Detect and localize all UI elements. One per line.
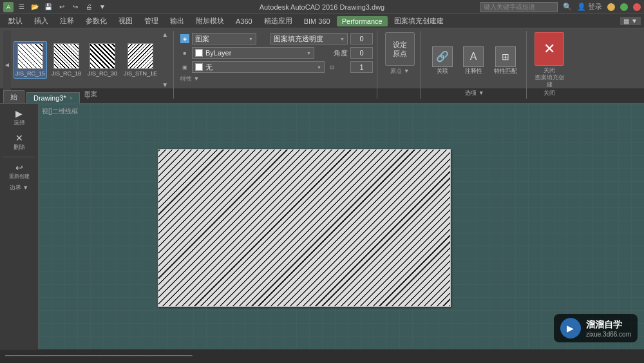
scroll-up-icon[interactable]: ▲	[162, 31, 168, 38]
recreate-label: 重新创建	[9, 173, 30, 180]
associate-button[interactable]: 🔗 关联	[428, 44, 457, 78]
prop-spacer3	[339, 63, 348, 72]
delete-icon: ✕	[15, 133, 23, 143]
transparency-value[interactable]: 0	[350, 33, 373, 44]
prop-row-pattern: ◈ 图案 图案填充透明度 0	[180, 32, 373, 45]
pattern-item-stn1e[interactable]: JIS_STN_1E	[122, 41, 159, 79]
status-coords: ────────────────────────────────────────…	[5, 352, 192, 359]
options-section-label[interactable]: 选项 ▼	[465, 89, 484, 97]
pattern-item-rc30[interactable]: JIS_RC_30	[86, 41, 119, 79]
undo-button[interactable]: ↩	[56, 1, 68, 13]
tab-drawing[interactable]: Drawing3* ×	[26, 92, 80, 103]
maximize-button[interactable]	[620, 3, 628, 11]
hatch-rectangle	[158, 149, 451, 307]
hatch-pattern-label: 图案填充透明度	[274, 34, 323, 44]
view-label: 视[]二维线框	[42, 107, 78, 116]
scroll-down-icon[interactable]: ▼	[162, 81, 168, 88]
annotative-button[interactable]: A 注释性	[459, 44, 488, 78]
select-button[interactable]: ▶ 选择	[3, 106, 35, 129]
color-swatch	[195, 49, 203, 57]
color-dropdown[interactable]: ByLayer	[192, 47, 314, 59]
pattern-name-rc18: JIS_RC_18	[52, 70, 81, 77]
boundary-label[interactable]: 边界 ▼	[3, 184, 35, 192]
properties-section-label[interactable]: 特性 ▼	[180, 75, 373, 83]
menu-bar: 默认 插入 注释 参数化 视图 管理 输出 附加模块 A360 精选应用 BIM…	[0, 14, 644, 28]
set-origin-button[interactable]: 设定原点	[385, 32, 415, 66]
origin-section-label[interactable]: 原点 ▼	[390, 67, 409, 75]
menu-default[interactable]: 默认	[3, 15, 28, 27]
menu-output[interactable]: 输出	[165, 15, 189, 27]
save-button[interactable]: 💾	[43, 1, 54, 13]
tab-add-button[interactable]: +	[82, 92, 94, 103]
watermark-text-group: 溜溜自学 zixue.3d66.com	[586, 319, 631, 338]
main-layout: ▶ 选择 ✕ 删除 ↩ 重新创建 边界 ▼ 视[]二维线框 ▶ 溜溜自学 zix…	[0, 104, 644, 349]
status-bar: ────────────────────────────────────────…	[0, 349, 644, 362]
annotative-icon: A	[463, 46, 484, 67]
new-button[interactable]: ☰	[15, 1, 27, 13]
menu-parametric[interactable]: 参数化	[80, 15, 112, 27]
redo-button[interactable]: ↪	[70, 1, 81, 13]
pattern-color-icon: ◈	[180, 34, 189, 43]
menu-hatchcreate[interactable]: 图案填充创建建	[389, 15, 449, 27]
menu-view[interactable]: 视图	[113, 15, 138, 27]
angle-value[interactable]: 0	[350, 47, 373, 59]
pattern-name-rc15: JIS_RC_15	[15, 70, 45, 77]
window-title: Autodesk AutoCAD 2016 Drawing3.dwg	[260, 3, 384, 11]
workspace-button[interactable]: ▦ ▼	[620, 17, 641, 25]
print-button[interactable]: 🖨	[83, 1, 95, 13]
menu-manage[interactable]: 管理	[139, 15, 164, 27]
pattern-swatch-stn1e	[128, 43, 153, 69]
layer-label: 无	[205, 63, 213, 72]
open-button[interactable]: 📂	[29, 1, 41, 13]
drawing-area[interactable]: 视[]二维线框 ▶ 溜溜自学 zixue.3d66.com	[39, 104, 644, 349]
hatch-pattern-dropdown[interactable]: 图案填充透明度	[270, 33, 348, 44]
watermark-logo-icon: ▶	[567, 323, 574, 333]
layer-color-swatch	[195, 63, 203, 71]
menu-insert[interactable]: 插入	[29, 15, 53, 27]
recreate-button[interactable]: ↩ 重新创建	[3, 161, 35, 182]
pattern-swatch-rc18	[53, 43, 79, 69]
more-button[interactable]: ▼	[97, 1, 108, 13]
scale-icon: ⊡	[327, 63, 336, 72]
account-button[interactable]: 👤 登录	[577, 2, 602, 12]
tab-start[interactable]: 始	[3, 90, 24, 103]
close-button[interactable]	[633, 3, 641, 11]
color-icon: ■	[180, 48, 189, 57]
watermark: ▶ 溜溜自学 zixue.3d66.com	[554, 314, 638, 342]
search-box[interactable]: 键入关键字或短语	[480, 2, 558, 12]
pattern-item-rc15[interactable]: JIS_RC_15	[14, 41, 47, 79]
pattern-dropdown[interactable]: 图案	[192, 33, 256, 44]
menu-featured[interactable]: 精选应用	[259, 15, 298, 27]
close-section-label: 关闭	[544, 89, 555, 97]
pattern-name-stn1e: JIS_STN_1E	[124, 70, 157, 77]
scroll-left-button[interactable]: ◄	[3, 31, 11, 99]
menu-a360[interactable]: A360	[231, 16, 258, 26]
login-link[interactable]: 🔍	[563, 3, 572, 11]
watermark-sub-text: zixue.3d66.com	[586, 331, 631, 338]
associate-label: 关联	[437, 67, 448, 75]
close-hatch-button[interactable]: ✕	[535, 32, 564, 66]
prop-spacer2	[317, 48, 326, 57]
pattern-swatch-rc30	[90, 43, 115, 69]
select-label: 选择	[14, 119, 25, 127]
search-placeholder: 键入关键字或短语	[484, 3, 535, 12]
menu-performance[interactable]: Performance	[337, 16, 388, 26]
prop-spacer1	[259, 34, 268, 43]
close-section: ✕ 关闭图案填充创建 关闭	[529, 31, 569, 99]
prop-row-layer: ▣ 无 ⊡ 1	[180, 61, 373, 74]
menu-annotate[interactable]: 注释	[55, 15, 79, 27]
delete-button[interactable]: ✕ 删除	[3, 131, 35, 153]
set-origin-label: 设定原点	[393, 40, 407, 59]
menu-addons[interactable]: 附加模块	[191, 15, 229, 27]
match-properties-button[interactable]: ⊞ 特性匹配	[490, 44, 521, 78]
ribbon-content: ◄ JIS_RC_15 JIS_RC_18 JIS_RC_30 JIS	[0, 28, 644, 101]
minimize-button[interactable]	[607, 3, 615, 11]
tab-drawing-close[interactable]: ×	[70, 95, 73, 101]
associate-icon: 🔗	[432, 46, 453, 67]
layer-dropdown[interactable]: 无	[192, 61, 325, 73]
menu-bim360[interactable]: BIM 360	[299, 16, 336, 26]
select-icon: ▶	[15, 108, 23, 119]
coord-display: ────────────────────────────────────────…	[5, 352, 192, 359]
pattern-item-rc18[interactable]: JIS_RC_18	[50, 41, 83, 79]
scale-value[interactable]: 1	[350, 61, 373, 73]
